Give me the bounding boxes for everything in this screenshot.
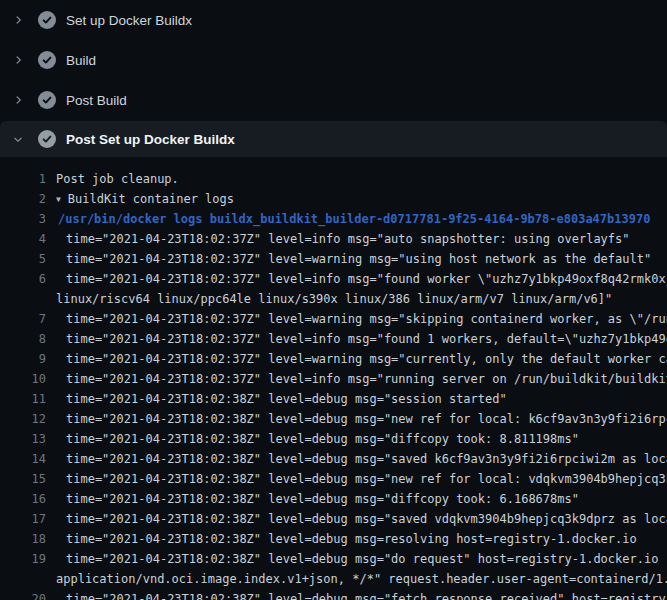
chevron-right-icon [12,94,24,106]
line-number-link[interactable]: 7 [0,309,46,329]
log-line: 16 time="2021-04-23T18:02:38Z" level=deb… [0,489,667,509]
check-circle-icon [38,11,56,29]
log-line-text: linux/riscv64 linux/ppc64le linux/s390x … [56,289,612,309]
step-title: Set up Docker Buildx [66,13,192,28]
line-number-link[interactable]: 16 [0,489,46,509]
log-line: 15 time="2021-04-23T18:02:38Z" level=deb… [0,469,667,489]
line-number-link [0,289,46,309]
steps-list: Set up Docker Buildx Build Post Build Po… [0,0,667,157]
line-number-link[interactable]: 15 [0,469,46,489]
log-line-wrap: linux/riscv64 linux/ppc64le linux/s390x … [0,289,667,309]
line-number-link [0,569,46,589]
log-line: 20 time="2021-04-23T18:02:38Z" level=deb… [0,589,667,600]
log-line-text: time="2021-04-23T18:02:38Z" level=debug … [66,449,667,469]
log-line-text: time="2021-04-23T18:02:38Z" level=debug … [66,389,507,409]
line-number-link[interactable]: 17 [0,509,46,529]
log-line-text: Post job cleanup. [56,169,179,189]
line-number-link[interactable]: 1 [0,169,46,189]
log-line-text: time="2021-04-23T18:02:37Z" level=warnin… [66,249,651,269]
log-line: 1 Post job cleanup. [0,169,667,189]
log-line: 13 time="2021-04-23T18:02:38Z" level=deb… [0,429,667,449]
log-line-text: time="2021-04-23T18:02:37Z" level=info m… [66,329,667,349]
log-line: 7 time="2021-04-23T18:02:37Z" level=warn… [0,309,667,329]
line-number-link[interactable]: 9 [0,349,46,369]
log-line-text: time="2021-04-23T18:02:37Z" level=info m… [66,229,630,249]
line-number-link[interactable]: 13 [0,429,46,449]
log-group-title: BuildKit container logs [68,192,234,206]
step-title: Post Build [66,93,127,108]
log-line-text: time="2021-04-23T18:02:37Z" level=warnin… [66,309,667,329]
step-title: Build [66,53,96,68]
line-number-link[interactable]: 12 [0,409,46,429]
log-line-text: time="2021-04-23T18:02:37Z" level=warnin… [66,349,667,369]
check-circle-icon [38,130,56,148]
log-line-text: time="2021-04-23T18:02:37Z" level=info m… [66,269,667,289]
log-line: 5 time="2021-04-23T18:02:37Z" level=warn… [0,249,667,269]
log-line: 9 time="2021-04-23T18:02:37Z" level=warn… [0,349,667,369]
check-circle-icon [38,51,56,69]
line-number-link[interactable]: 2 [0,189,46,209]
chevron-right-icon [12,14,24,26]
collapse-triangle-icon: ▼ [56,190,61,209]
log-line: 10 time="2021-04-23T18:02:37Z" level=inf… [0,369,667,389]
line-number-link[interactable]: 20 [0,589,46,600]
chevron-down-icon [12,133,24,145]
log-panel: 1 Post job cleanup. 2 ▼BuildKit containe… [0,157,667,600]
line-number-link[interactable]: 11 [0,389,46,409]
line-number-link[interactable]: 5 [0,249,46,269]
log-line: 19 time="2021-04-23T18:02:38Z" level=deb… [0,549,667,569]
log-line-text: time="2021-04-23T18:02:37Z" level=info m… [66,369,667,389]
line-number-link[interactable]: 3 [0,209,46,229]
line-number-link[interactable]: 6 [0,269,46,289]
step-header-set-up-docker-buildx[interactable]: Set up Docker Buildx [0,0,667,40]
log-line-text: time="2021-04-23T18:02:38Z" level=debug … [66,589,667,600]
log-line-text: time="2021-04-23T18:02:38Z" level=debug … [66,489,579,509]
log-command-text: /usr/bin/docker logs buildx_buildkit_bui… [58,209,650,229]
log-line-text: time="2021-04-23T18:02:38Z" level=debug … [66,469,667,489]
log-line: 17 time="2021-04-23T18:02:38Z" level=deb… [0,509,667,529]
log-line: 4 time="2021-04-23T18:02:37Z" level=info… [0,229,667,249]
line-number-link[interactable]: 19 [0,549,46,569]
chevron-right-icon [12,54,24,66]
log-line-text: time="2021-04-23T18:02:38Z" level=debug … [66,409,667,429]
line-number-link[interactable]: 14 [0,449,46,469]
check-circle-icon [38,91,56,109]
log-line: 14 time="2021-04-23T18:02:38Z" level=deb… [0,449,667,469]
log-line-text: time="2021-04-23T18:02:38Z" level=debug … [66,509,667,529]
line-number-link[interactable]: 4 [0,229,46,249]
log-group-toggle[interactable]: ▼BuildKit container logs [56,189,234,209]
line-number-link[interactable]: 8 [0,329,46,349]
line-number-link[interactable]: 18 [0,529,46,549]
log-line-text: time="2021-04-23T18:02:38Z" level=debug … [66,429,579,449]
step-header-build[interactable]: Build [0,40,667,80]
log-line-text: time="2021-04-23T18:02:38Z" level=debug … [66,529,637,549]
log-line-text: application/vnd.oci.image.index.v1+json,… [56,569,667,589]
step-header-post-build[interactable]: Post Build [0,80,667,120]
step-title: Post Set up Docker Buildx [66,132,235,147]
log-line-wrap: application/vnd.oci.image.index.v1+json,… [0,569,667,589]
log-line: 6 time="2021-04-23T18:02:37Z" level=info… [0,269,667,289]
line-number-link[interactable]: 10 [0,369,46,389]
log-line: 8 time="2021-04-23T18:02:37Z" level=info… [0,329,667,349]
log-line: 2 ▼BuildKit container logs [0,189,667,209]
log-line: 3 /usr/bin/docker logs buildx_buildkit_b… [0,209,667,229]
step-header-post-set-up-docker-buildx[interactable]: Post Set up Docker Buildx [0,121,667,157]
log-line: 11 time="2021-04-23T18:02:38Z" level=deb… [0,389,667,409]
log-line: 12 time="2021-04-23T18:02:38Z" level=deb… [0,409,667,429]
log-line: 18 time="2021-04-23T18:02:38Z" level=deb… [0,529,667,549]
log-line-text: time="2021-04-23T18:02:38Z" level=debug … [66,549,667,569]
